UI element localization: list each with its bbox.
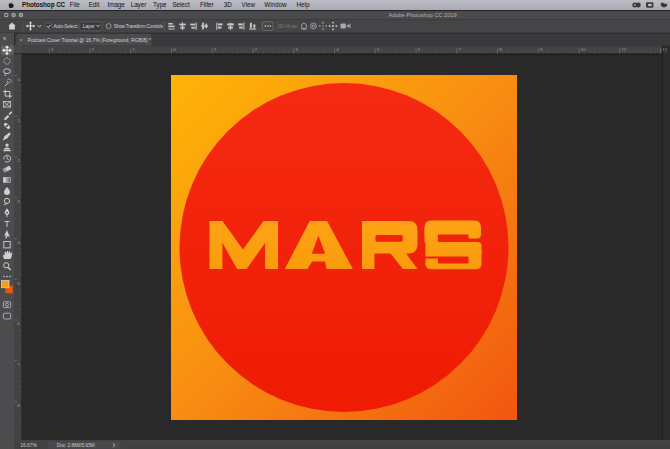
svg-text:Image: Image [108, 1, 126, 9]
svg-text:×: × [20, 37, 23, 43]
svg-text:Edit: Edit [89, 1, 100, 8]
svg-text:Type: Type [153, 1, 167, 9]
svg-text:Filter: Filter [200, 1, 214, 8]
svg-text:Layer: Layer [131, 1, 147, 9]
svg-text:»: » [3, 35, 7, 42]
svg-text:File: File [70, 1, 80, 8]
svg-text:Show Transform Controls: Show Transform Controls [114, 24, 164, 29]
svg-text:View: View [242, 1, 256, 8]
svg-text:Help: Help [297, 1, 310, 9]
svg-text:12: 12 [662, 47, 667, 52]
svg-text:Photoshop CC: Photoshop CC [22, 1, 66, 9]
svg-text:Doc: 2.86M/5.65M: Doc: 2.86M/5.65M [57, 443, 95, 448]
svg-text:10: 10 [581, 47, 586, 52]
svg-text:T: T [4, 219, 10, 229]
svg-text:3D Mode:: 3D Mode: [278, 24, 298, 29]
svg-text:Adobe Photoshop CC 2019: Adobe Photoshop CC 2019 [388, 12, 456, 18]
svg-text:Select: Select [172, 1, 190, 8]
svg-text:Auto-Select:: Auto-Select: [53, 24, 78, 29]
svg-text:3D: 3D [224, 1, 232, 8]
svg-text:Layer: Layer [83, 24, 95, 29]
svg-text:16.67%: 16.67% [20, 442, 37, 448]
svg-text:Window: Window [264, 1, 287, 8]
svg-text:11: 11 [622, 47, 627, 52]
svg-text:Podcast Cover Tutorial @ 16.7%: Podcast Cover Tutorial @ 16.7% (Foregrou… [28, 37, 152, 43]
